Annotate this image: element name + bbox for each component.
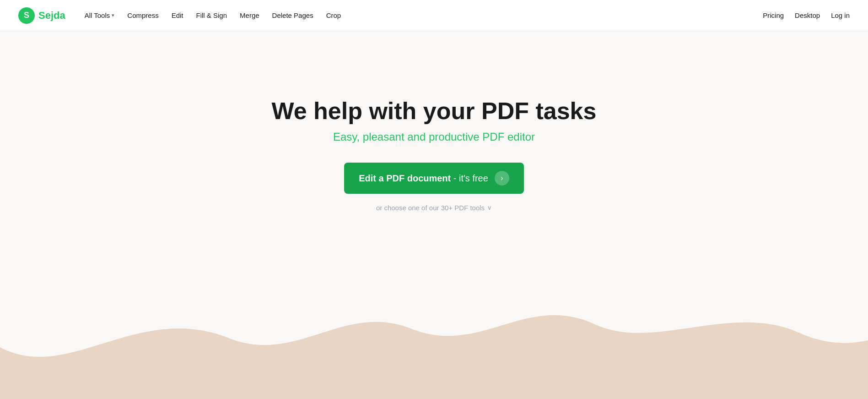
wave-decoration bbox=[0, 256, 868, 399]
nav-link-pricing[interactable]: Pricing bbox=[763, 11, 784, 19]
hero-section: We help with your PDF tasks Easy, pleasa… bbox=[0, 31, 868, 242]
navbar-left: S Sejda All Tools ▾ Compress Edit Fill &… bbox=[18, 7, 345, 24]
navbar: S Sejda All Tools ▾ Compress Edit Fill &… bbox=[0, 0, 868, 31]
wave-svg bbox=[0, 256, 868, 399]
logo-text: Sejda bbox=[38, 10, 65, 22]
nav-link-login[interactable]: Log in bbox=[831, 11, 850, 19]
cta-arrow-icon: › bbox=[495, 171, 509, 186]
hero-subtitle: Easy, pleasant and productive PDF editor bbox=[333, 131, 535, 143]
edit-pdf-button[interactable]: Edit a PDF document - it's free › bbox=[344, 163, 524, 194]
navbar-right: Pricing Desktop Log in bbox=[763, 11, 850, 19]
nav-link-desktop[interactable]: Desktop bbox=[795, 11, 820, 19]
tools-text: or choose one of our 30+ PDF tools ∨ bbox=[376, 204, 492, 212]
chevron-down-icon: ∨ bbox=[487, 204, 492, 211]
nav-link-edit[interactable]: Edit bbox=[167, 9, 188, 22]
nav-links: All Tools ▾ Compress Edit Fill & Sign Me… bbox=[80, 9, 345, 22]
nav-link-all-tools[interactable]: All Tools ▾ bbox=[80, 9, 119, 22]
hero-title: We help with your PDF tasks bbox=[272, 98, 597, 124]
nav-link-merge[interactable]: Merge bbox=[235, 9, 264, 22]
nav-link-fill-sign[interactable]: Fill & Sign bbox=[192, 9, 232, 22]
nav-link-compress[interactable]: Compress bbox=[123, 9, 163, 22]
logo-icon: S bbox=[18, 7, 35, 24]
cta-text: Edit a PDF document - it's free bbox=[359, 173, 488, 184]
chevron-down-icon: ▾ bbox=[112, 12, 114, 18]
logo[interactable]: S Sejda bbox=[18, 7, 65, 24]
nav-link-crop[interactable]: Crop bbox=[322, 9, 346, 22]
nav-link-delete-pages[interactable]: Delete Pages bbox=[268, 9, 318, 22]
